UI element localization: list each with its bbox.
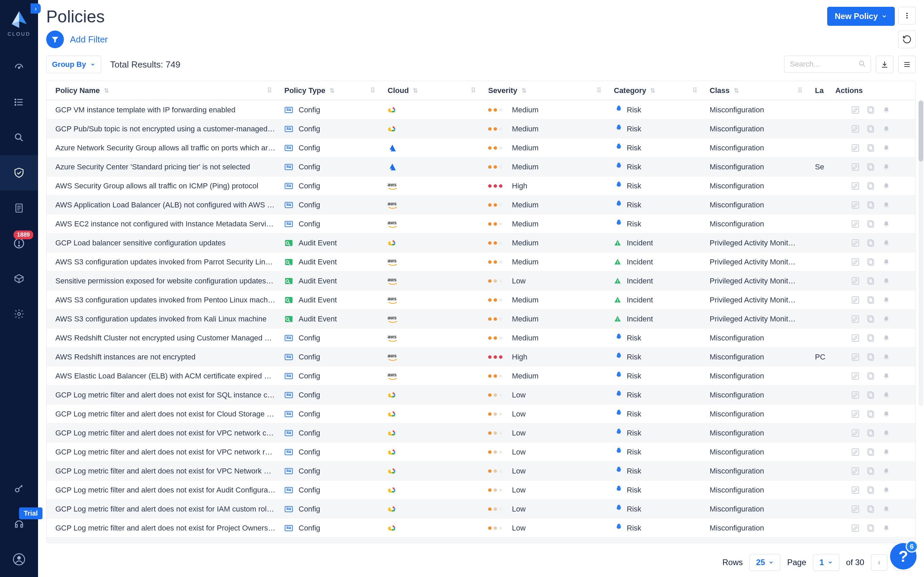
table-row[interactable]: GCP Log metric filter and alert does not… <box>47 480 916 499</box>
edit-icon[interactable] <box>851 258 860 266</box>
edit-icon[interactable] <box>851 410 860 419</box>
edit-icon[interactable] <box>851 353 860 361</box>
help-bubble[interactable]: ? 6 <box>890 543 916 569</box>
copy-icon[interactable] <box>867 410 876 419</box>
vertical-scrollbar[interactable] <box>919 100 923 406</box>
copy-icon[interactable] <box>867 314 876 324</box>
edit-icon[interactable] <box>851 163 860 171</box>
bell-icon[interactable] <box>882 429 890 437</box>
edit-icon[interactable] <box>851 429 860 437</box>
copy-icon[interactable] <box>867 448 876 456</box>
bell-icon[interactable] <box>882 448 890 456</box>
nav-dashboard[interactable] <box>0 49 38 84</box>
bell-icon[interactable] <box>882 201 890 209</box>
copy-icon[interactable] <box>867 486 876 495</box>
table-row[interactable]: GCP Pub/Sub topic is not encrypted using… <box>47 119 916 138</box>
nav-support[interactable] <box>0 506 38 542</box>
bell-icon[interactable] <box>882 524 890 532</box>
copy-icon[interactable] <box>867 429 876 437</box>
col-policy-name[interactable]: Policy Name⇅⠿ <box>47 86 276 95</box>
copy-icon[interactable] <box>867 372 876 380</box>
table-row[interactable]: GCP Load balancer sensitive configuratio… <box>47 233 916 252</box>
bell-icon[interactable] <box>882 106 890 114</box>
bell-icon[interactable] <box>882 163 890 171</box>
copy-icon[interactable] <box>867 201 876 210</box>
reset-button[interactable] <box>898 31 916 48</box>
nav-profile[interactable] <box>0 542 38 577</box>
edit-icon[interactable] <box>851 296 860 305</box>
copy-icon[interactable] <box>867 219 876 229</box>
edit-icon[interactable] <box>851 467 860 475</box>
copy-icon[interactable] <box>867 391 876 400</box>
nav-compliance[interactable] <box>0 190 38 226</box>
col-policy-type[interactable]: Policy Type⇅⠿ <box>276 86 379 95</box>
table-row[interactable]: AWS Application Load Balancer (ALB) not … <box>47 195 916 214</box>
bell-icon[interactable] <box>882 410 890 418</box>
page-select[interactable]: 1 <box>813 554 839 571</box>
edit-icon[interactable] <box>851 239 860 247</box>
bell-icon[interactable] <box>882 315 890 323</box>
edit-icon[interactable] <box>851 448 860 456</box>
edit-icon[interactable] <box>851 277 860 285</box>
bell-icon[interactable] <box>882 391 890 399</box>
bell-icon[interactable] <box>882 334 890 342</box>
table-row[interactable]: AWS S3 configuration updates invoked fro… <box>47 252 916 271</box>
rows-per-page-select[interactable]: 25 <box>750 554 780 571</box>
bell-icon[interactable] <box>882 543 890 543</box>
edit-icon[interactable] <box>851 372 860 380</box>
edit-icon[interactable] <box>851 182 860 190</box>
bell-icon[interactable] <box>882 467 890 475</box>
edit-icon[interactable] <box>851 543 860 543</box>
nav-alerts[interactable]: 1889 <box>0 226 38 261</box>
nav-inventory[interactable] <box>0 84 38 120</box>
col-cloud[interactable]: Cloud⇅⠿ <box>379 86 479 95</box>
edit-icon[interactable] <box>851 106 860 114</box>
bell-icon[interactable] <box>882 258 890 266</box>
more-menu-button[interactable] <box>898 7 916 24</box>
nav-search[interactable] <box>0 120 38 155</box>
table-row[interactable]: GCP Log metric filter and alert does not… <box>47 461 916 480</box>
copy-icon[interactable] <box>867 467 876 475</box>
table-row[interactable]: AWS S3 configuration updates invoked fro… <box>47 290 916 309</box>
col-severity[interactable]: Severity⇅⠿ <box>479 86 605 95</box>
table-row[interactable]: GCP VM instance template with IP forward… <box>47 100 916 119</box>
add-filter-link[interactable]: Add Filter <box>70 34 108 45</box>
table-row[interactable]: AWS Security Group allows all traffic on… <box>47 176 916 195</box>
table-row[interactable]: AWS Elastic Load Balancer (ELB) with ACM… <box>47 366 916 385</box>
bell-icon[interactable] <box>882 239 890 247</box>
copy-icon[interactable] <box>867 258 876 266</box>
col-class[interactable]: Class⇅⠿ <box>701 86 806 95</box>
table-row[interactable]: GCP Log metric filter and alert does not… <box>47 423 916 442</box>
search-field[interactable] <box>784 56 871 73</box>
filter-circle-button[interactable] <box>46 31 64 48</box>
view-toggle-button[interactable] <box>898 56 916 73</box>
table-row[interactable]: GCP Log metric filter and alert does not… <box>47 404 916 423</box>
bell-icon[interactable] <box>882 505 890 513</box>
groupby-dropdown[interactable]: Group By <box>46 56 101 73</box>
bell-icon[interactable] <box>882 296 890 304</box>
nav-key[interactable] <box>0 471 38 506</box>
prev-page-button[interactable]: ‹ <box>871 554 887 571</box>
copy-icon[interactable] <box>867 353 876 361</box>
copy-icon[interactable] <box>867 124 876 134</box>
new-policy-button[interactable]: New Policy <box>827 7 895 26</box>
copy-icon[interactable] <box>867 543 876 543</box>
table-row[interactable]: GCP Log metric filter and alert does not… <box>47 499 916 518</box>
brand-logo[interactable]: CLOUD <box>9 10 29 41</box>
edit-icon[interactable] <box>851 334 860 342</box>
table-row[interactable]: Threat Detection on SQL databases is set… <box>47 537 916 543</box>
copy-icon[interactable] <box>867 143 876 152</box>
table-row[interactable]: AWS EC2 instance not configured with Ins… <box>47 214 916 233</box>
table-row[interactable]: Sensitive permission exposed for website… <box>47 271 916 290</box>
copy-icon[interactable] <box>867 524 876 532</box>
bell-icon[interactable] <box>882 277 890 285</box>
edit-icon[interactable] <box>851 201 860 210</box>
nav-settings[interactable] <box>0 296 38 332</box>
bell-icon[interactable] <box>882 125 890 133</box>
bell-icon[interactable] <box>882 486 890 494</box>
bell-icon[interactable] <box>882 353 890 361</box>
copy-icon[interactable] <box>867 239 876 247</box>
table-row[interactable]: Azure Network Security Group allows all … <box>47 138 916 157</box>
copy-icon[interactable] <box>867 505 876 514</box>
bell-icon[interactable] <box>882 144 890 152</box>
